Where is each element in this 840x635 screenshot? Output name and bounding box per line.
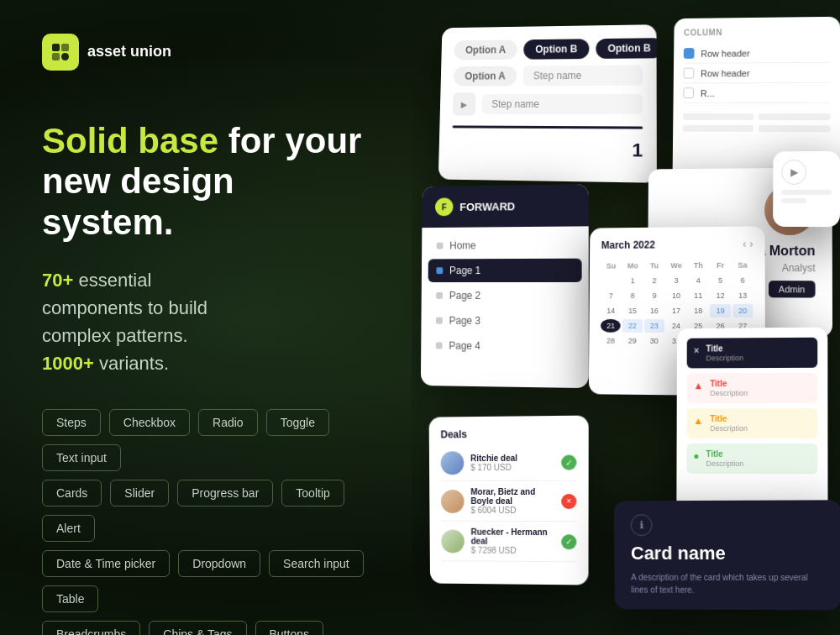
deal-status-2: ×: [561, 493, 576, 508]
nav-item-page1[interactable]: Page 1: [428, 259, 582, 282]
table-checkbox-2[interactable]: [684, 68, 695, 79]
alert-item-warning: ▲ Title Description: [686, 408, 817, 438]
alert-item-info: ● Title Description: [686, 443, 817, 474]
tags-row-2: Cards Slider Progress bar Tooltip Alert: [42, 480, 370, 542]
tag-slider: Slider: [110, 480, 169, 506]
deals-title: Deals: [440, 428, 576, 440]
logo-area: asset union: [42, 34, 370, 71]
alert-title-error: Title: [710, 379, 748, 388]
table-cell-1: Row header: [701, 48, 749, 58]
nav-title: FORWARD: [459, 200, 515, 213]
alert-desc-warning: Description: [710, 424, 748, 433]
alert-item-error: ▲ Title Description: [687, 373, 818, 403]
count-highlight: 70+: [42, 270, 73, 291]
deal-info-1: Ritchie deal $ 170 USD: [470, 454, 554, 473]
deal-item-3: Ruecker - Hermann deal $ 7298 USD ✓: [441, 522, 576, 563]
alert-icon-warning: ▲: [693, 415, 703, 427]
msg-bar-2: [781, 198, 806, 203]
nav-dot-page4: [436, 342, 443, 349]
tag-tooltip: Tooltip: [281, 480, 344, 506]
profile-role: Analyst: [782, 262, 816, 274]
tag-chips: Chips & Tags: [149, 621, 246, 635]
tag-dropdown: Dropdown: [178, 550, 260, 577]
tag-buttons: Buttons: [255, 621, 323, 635]
tag-progress-bar: Progress bar: [177, 480, 273, 506]
tag-checkbox: Checkbox: [109, 409, 190, 436]
alert-title-warning: Title: [710, 414, 748, 423]
option-b-pill-2: Option B: [596, 38, 657, 59]
calendar-title: March 2022: [601, 239, 655, 251]
svg-point-3: [61, 53, 69, 60]
right-panel: Option A Option B Option B Option A Step…: [412, 0, 840, 635]
nav-dot-home: [437, 243, 444, 249]
svg-rect-0: [52, 44, 60, 51]
tags-row-4: Breadcrumbs Chips & Tags Buttons Modal: [42, 621, 370, 635]
variants-highlight: 1000+: [42, 353, 94, 374]
nav-items-list: Home Page 1 Page 2 Page 3 Page 4: [421, 226, 589, 367]
nav-card: F FORWARD Home Page 1 Page 2 Pa: [421, 184, 589, 388]
heading-highlight: Solid base: [42, 121, 218, 160]
logo-icon: [42, 34, 79, 71]
alert-title-dark: Title: [706, 344, 743, 353]
calendar-prev[interactable]: ‹: [743, 239, 746, 250]
nav-dot-page2: [436, 292, 443, 299]
nav-dot-page3: [436, 318, 443, 324]
message-card: ▶: [773, 151, 840, 227]
alert-desc-info: Description: [706, 459, 743, 468]
nav-header: F FORWARD: [422, 184, 588, 228]
alert-desc-dark: Description: [706, 354, 743, 362]
nav-dot-page1: [436, 267, 443, 274]
table-cell-2: Row header: [701, 68, 750, 78]
tag-breadcrumbs: Breadcrumbs: [42, 621, 140, 635]
tag-datetime: Date & Time picker: [42, 550, 170, 577]
deal-info-2: Morar, Bietz and Boyle deal $ 6004 USD: [470, 487, 554, 515]
alerts-card: × Title Description ▲ Title Description …: [676, 328, 827, 522]
alert-icon-error: ▲: [694, 380, 704, 391]
sub-heading: 70+ essentialcomponents to buildcomplex …: [42, 266, 370, 377]
table-cell-3: R...: [701, 88, 715, 98]
card-info-desc: A description of the card which takes up…: [631, 571, 824, 596]
stepper-card: Option A Option B Option B Option A Step…: [438, 24, 657, 183]
logo-text: asset union: [87, 43, 171, 61]
step-name-1: Step name: [523, 65, 643, 86]
tags-row-3: Date & Time picker Dropdown Search input…: [42, 550, 370, 612]
info-icon: ℹ: [631, 514, 653, 536]
calendar-next[interactable]: ›: [749, 239, 753, 250]
alert-item-dark: × Title Description: [687, 338, 818, 369]
nav-item-page2[interactable]: Page 2: [428, 284, 581, 307]
svg-rect-2: [52, 53, 60, 60]
option-b-pill-1: Option B: [523, 39, 589, 59]
table-row: Row header: [683, 63, 830, 84]
alert-title-info: Title: [706, 449, 743, 459]
nav-item-page4[interactable]: Page 4: [428, 333, 582, 359]
deal-avatar-3: [441, 529, 465, 553]
svg-rect-1: [61, 44, 69, 51]
tag-radio: Radio: [198, 409, 258, 436]
left-panel: asset union Solid base for yournew desig…: [0, 0, 412, 635]
tag-alert: Alert: [42, 515, 95, 542]
tag-search: Search input: [269, 550, 364, 577]
table-row: R...: [683, 83, 830, 103]
card-info-title: Card name: [631, 543, 824, 564]
deal-item-1: Ritchie deal $ 170 USD ✓: [441, 444, 577, 481]
deal-avatar-1: [441, 451, 465, 475]
deals-card: Deals Ritchie deal $ 170 USD ✓ Morar, Bi…: [429, 416, 589, 585]
tags-row-1: Steps Checkbox Radio Toggle Text input: [42, 409, 370, 471]
alert-desc-error: Description: [710, 389, 748, 397]
alert-icon-info: ●: [693, 450, 699, 462]
tags-container: Steps Checkbox Radio Toggle Text input C…: [42, 409, 370, 635]
msg-bar-1: [781, 190, 832, 195]
profile-badge: Admin: [769, 281, 816, 297]
option-a-pill-2: Option A: [454, 66, 517, 87]
nav-item-page3[interactable]: Page 3: [428, 309, 581, 333]
table-checkbox-1[interactable]: [684, 48, 695, 59]
main-heading: Solid base for yournew design system.: [42, 121, 370, 243]
deal-info-3: Ruecker - Hermann deal $ 7298 USD: [471, 527, 555, 555]
play-button[interactable]: ▶: [781, 160, 806, 185]
main-content: asset union Solid base for yournew desig…: [0, 0, 840, 635]
table-checkbox-3[interactable]: [683, 87, 694, 98]
alert-icon-close: ×: [694, 345, 700, 357]
tag-cards: Cards: [42, 480, 102, 506]
deal-item-2: Morar, Bietz and Boyle deal $ 6004 USD ×: [441, 481, 577, 522]
nav-item-home[interactable]: Home: [428, 233, 582, 257]
